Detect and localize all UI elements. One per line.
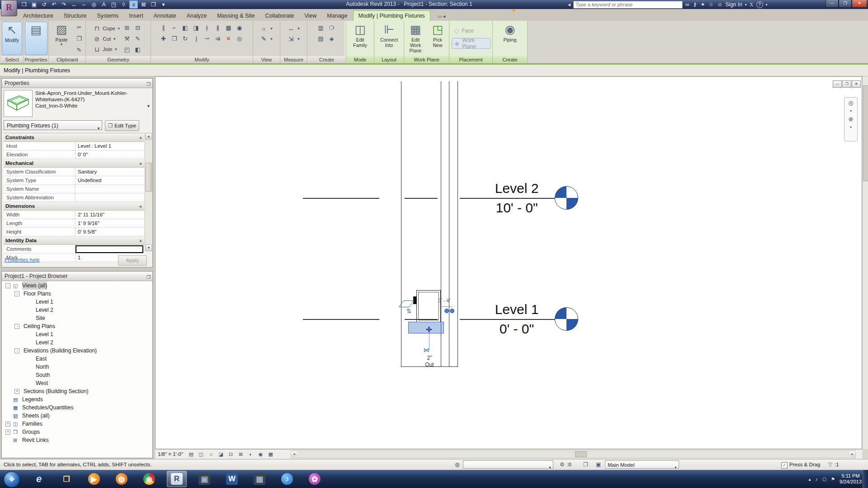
taskbar-revit-button[interactable]: R xyxy=(167,471,187,487)
undo-icon[interactable]: ↶ xyxy=(50,0,58,9)
shadows-icon[interactable]: ◪ xyxy=(217,450,225,458)
worksets-select[interactable]: ▼ xyxy=(463,460,553,469)
help-icon[interactable]: ? xyxy=(756,1,763,8)
tree-item-level-2[interactable]: Level 2 xyxy=(2,306,152,314)
start-button[interactable]: ❖ xyxy=(4,471,20,488)
help-dropdown-icon[interactable]: ▾ xyxy=(766,3,768,7)
tree-item-west[interactable]: West xyxy=(2,379,152,387)
property-value[interactable]: 0' 0" xyxy=(75,150,144,159)
tree-item-south[interactable]: South xyxy=(2,371,152,379)
reveal-hidden-elements-icon[interactable]: ◉ xyxy=(257,450,264,458)
scroll-left-icon[interactable]: ◄ xyxy=(291,451,297,456)
beam-joins-icon[interactable]: ⊟ xyxy=(133,23,143,33)
design-options-select[interactable]: Main Model▼ xyxy=(605,460,679,469)
duplicate-view-icon[interactable]: ▤ xyxy=(316,34,326,44)
panel-label-work-plane[interactable]: Work Plane xyxy=(404,56,449,63)
split-element-icon[interactable]: ∤ xyxy=(202,23,212,33)
restore-button[interactable]: ❐ xyxy=(839,0,852,8)
show-crop-region-icon[interactable]: ⊞ xyxy=(237,450,245,458)
view-minimize-icon[interactable]: — xyxy=(833,80,842,88)
level-head-icon[interactable] xyxy=(555,307,578,331)
sun-path-icon[interactable]: ☼ xyxy=(207,450,215,458)
collapse-box-icon[interactable]: - xyxy=(14,291,19,296)
editing-requests-icon[interactable]: ⚙ xyxy=(560,461,565,468)
override-graphics-menu[interactable]: ✎▼ xyxy=(260,34,274,44)
tree-item-elevations-building-elevation-[interactable]: -Elevations (Building Elevation) xyxy=(2,347,152,355)
cut-menu[interactable]: ⊘Cut▼ xyxy=(93,34,120,44)
modify-button[interactable]: ↖Modify xyxy=(2,22,22,55)
taskbar-internet-explorer-button[interactable]: e xyxy=(29,471,49,487)
level-elevation[interactable]: 0' - 0" xyxy=(481,321,553,337)
properties-button[interactable]: ▤ xyxy=(25,22,47,55)
move-icon[interactable]: ✚ xyxy=(159,34,169,44)
section-icon[interactable]: ◊ xyxy=(119,0,128,9)
panel-label-create-systems[interactable]: Create Systems xyxy=(493,56,527,63)
sign-in-dropdown-icon[interactable]: ▾ xyxy=(745,3,747,7)
taskbar-firefox-button[interactable]: ◍ xyxy=(112,471,132,487)
default-3d-view-icon[interactable]: ◳ xyxy=(109,0,118,9)
measure-icon[interactable]: ↔ xyxy=(70,0,78,9)
favorites-star-icon[interactable]: ☆ xyxy=(708,1,713,8)
exchange-apps-icon[interactable]: X xyxy=(750,1,754,8)
work-plane-button[interactable]: ◈Work Plane xyxy=(452,38,491,49)
key-icon[interactable]: ⚷ xyxy=(693,1,697,8)
thin-lines-icon[interactable]: ≡ xyxy=(129,0,138,9)
volume-icon[interactable]: ♪ xyxy=(816,477,818,482)
taskbar-explorer-folder-button[interactable]: ❒ xyxy=(57,471,76,487)
create-group-icon[interactable]: ❍ xyxy=(327,23,337,33)
ribbon-state-toggle-icon[interactable]: ▭ ▾ xyxy=(435,12,448,21)
panel-label-mode[interactable]: Mode xyxy=(346,56,374,63)
join-menu[interactable]: ⊔Join▼ xyxy=(93,44,120,54)
open-icon[interactable]: ❒ xyxy=(20,0,28,9)
detail-level-icon[interactable]: ▤ xyxy=(187,450,195,458)
subscription-icon[interactable]: ✦ xyxy=(700,1,705,8)
vertical-scrollbar[interactable] xyxy=(862,76,868,449)
collapse-box-icon[interactable]: - xyxy=(14,324,19,329)
edit-family-button[interactable]: ◫Edit Family xyxy=(349,22,372,55)
taskbar-app1-button[interactable]: ▣ xyxy=(194,471,214,487)
rotate-icon[interactable]: ↻ xyxy=(180,34,190,44)
sync-with-central-icon[interactable]: ↺ xyxy=(40,0,48,9)
delete-icon[interactable]: ✕ xyxy=(224,34,234,44)
copy-icon[interactable]: ❐ xyxy=(170,34,179,44)
crop-view-icon[interactable]: ⊡ xyxy=(227,450,235,458)
scrollbar-thumb[interactable] xyxy=(575,451,587,457)
taskbar-clock[interactable]: 5:11 PM9/24/2013 xyxy=(840,473,862,485)
cut-profile-icon[interactable]: ✎ xyxy=(133,34,143,44)
worksets-icon[interactable]: ◍ xyxy=(455,461,459,468)
align-icon[interactable]: ∥ xyxy=(159,23,169,33)
view-restore-icon[interactable]: ❐ xyxy=(842,80,851,88)
demolish-icon[interactable]: ⚒ xyxy=(122,34,132,44)
tree-item-families[interactable]: +◫Families xyxy=(2,420,152,428)
properties-scrollbar[interactable]: ▲ ▼ xyxy=(145,133,152,251)
tree-item-views-all-[interactable]: -◱Views (all) xyxy=(2,282,152,290)
scroll-up-icon[interactable]: ▲ xyxy=(146,133,152,140)
taskbar-chrome-button[interactable]: ◉ xyxy=(139,471,159,487)
measure-between-menu[interactable]: ↔▼ xyxy=(287,23,301,33)
press-drag-checkbox[interactable]: ✓ xyxy=(781,462,788,469)
property-group-mechanical[interactable]: Mechanical▴ xyxy=(4,159,144,168)
palette-options-icon[interactable]: ❐ xyxy=(146,80,151,89)
tab-view[interactable]: View xyxy=(299,11,321,21)
scroll-down-icon[interactable]: ▼ xyxy=(146,244,152,251)
infocenter-collapse-icon[interactable]: ◂ xyxy=(568,1,571,8)
cut-icon[interactable]: ✂ xyxy=(74,23,84,33)
property-group-constraints[interactable]: Constraints▴ xyxy=(4,133,144,142)
panel-label-layout[interactable]: Layout xyxy=(374,56,404,63)
view-scale[interactable]: 1/8" = 1'-0" xyxy=(158,451,183,457)
property-value[interactable]: 0' 9 5/8" xyxy=(75,228,144,236)
level-head-icon[interactable] xyxy=(555,186,578,210)
redo-icon[interactable]: ↷ xyxy=(60,0,68,9)
type-selector-dropdown-icon[interactable]: ▼ xyxy=(146,104,151,108)
measure-along-menu[interactable]: ⇲▼ xyxy=(287,34,301,44)
tree-item-groups[interactable]: +❐Groups xyxy=(2,428,152,436)
tab-modify-plumbing-fixtures[interactable]: Modify | Plumbing Fixtures xyxy=(353,10,430,21)
tree-item-east[interactable]: East xyxy=(2,355,152,363)
expand-box-icon[interactable]: + xyxy=(5,430,10,435)
panel-label-clipboard[interactable]: Clipboard xyxy=(49,56,85,63)
comments-input[interactable] xyxy=(75,245,143,253)
tree-item-north[interactable]: North xyxy=(2,363,152,371)
legend-component-icon[interactable]: ▥ xyxy=(316,23,326,33)
level-name[interactable]: Level 1 xyxy=(481,302,553,317)
chevron-down-icon[interactable]: ▾ xyxy=(850,108,852,115)
